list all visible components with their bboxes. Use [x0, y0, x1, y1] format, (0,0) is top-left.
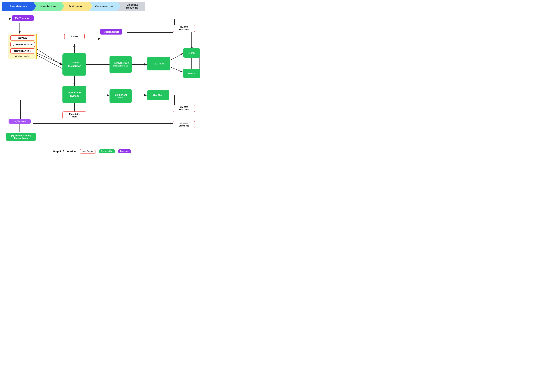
- cogeneration-box: Cogeneration System: [62, 86, 86, 103]
- legend-input: Input /output: [80, 149, 95, 154]
- ghg-4c: (4c)GHG Emissions: [173, 121, 195, 128]
- svg-line-5: [37, 49, 62, 65]
- msw-box: (1a)MSW: [10, 35, 35, 41]
- arrow-disposal: Disposal/ Recycling: [117, 2, 145, 11]
- arrow-distribution: Distribution: [61, 2, 89, 11]
- svg-line-18: [170, 67, 183, 72]
- arrow-manufacture: Manufacture: [33, 2, 61, 11]
- legend: Graphic Expression: Input /output Proces…: [53, 149, 204, 154]
- electricity-box: Electricity /Heat: [62, 112, 86, 119]
- industrial-box: (1b)Industrial Waste: [10, 42, 35, 47]
- legend-process: Process/Unit: [99, 149, 115, 153]
- in-plant-grid: (2b)In-Plant Grid: [109, 89, 132, 103]
- the-public: The Public: [147, 57, 170, 70]
- waste-incinerator: (1)Waste Incinerator: [62, 53, 86, 75]
- transport-3a: (3a)Transport: [12, 15, 34, 21]
- svg-line-6: [37, 55, 62, 69]
- plant-box: (2a)Plant: [147, 90, 169, 100]
- ashes-box: Ashes: [64, 34, 85, 39]
- header-arrows: Raw Materials Manufacture Distribution C…: [2, 2, 204, 11]
- ghg-4b: (4b)GHG Emissions: [173, 105, 195, 112]
- transmission-grid: Transmission and Distribution Grid: [109, 56, 132, 73]
- svg-line-7: [37, 53, 62, 65]
- ghg-4a: (4a)GHG Emissions: [173, 25, 195, 32]
- arrow-consumer: Consumer Use: [89, 2, 117, 11]
- input-group: (1a)MSW (1b)Industrial Waste (1c)Auxilia…: [9, 34, 37, 59]
- landfill-box: Landfill: [183, 48, 200, 58]
- transport-3c: (3c)Transport: [9, 119, 31, 124]
- legend-title: Graphic Expression:: [53, 150, 76, 153]
- diagram: (3a)Transport (1a)MSW (1b)Industrial Was…: [3, 14, 202, 147]
- auxiliary-box: (1c)Auxiliary Fuel: [10, 48, 35, 54]
- reuse-box: Reuse: [183, 69, 200, 78]
- arrow-raw: Raw Materials: [2, 2, 33, 11]
- legend-transport: Transport: [118, 149, 131, 153]
- transport-3b: (3b)Transport: [100, 29, 122, 35]
- biomass-label: (1d)Biomass Fuel: [10, 55, 35, 58]
- svg-line-17: [170, 53, 183, 60]
- land-box: (5)Land for Planting Energy Crops: [6, 133, 36, 141]
